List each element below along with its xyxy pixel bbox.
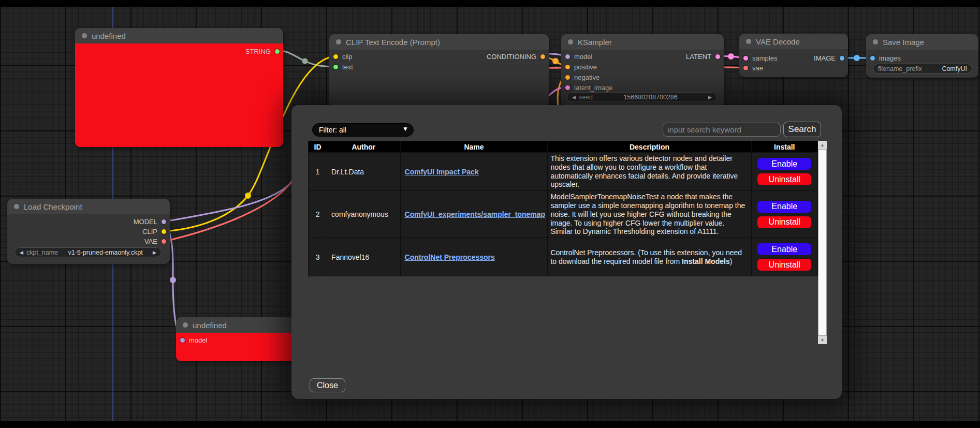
reroute-dot-latent[interactable] — [728, 53, 734, 60]
node-body-error: STRING — [75, 43, 283, 147]
images-input-dot[interactable] — [870, 56, 875, 61]
conditioning-output-label: CONDITIONING — [487, 53, 536, 61]
extensions-table-wrap: ID Author Name Description Install 1Dr.L… — [308, 141, 827, 344]
cell-install: EnableUninstall — [751, 191, 817, 238]
reroute-dot-conditioning[interactable] — [552, 58, 559, 64]
collapse-dot-icon[interactable] — [568, 39, 573, 45]
header-name: Name — [400, 141, 548, 153]
cell-id: 2 — [309, 191, 327, 238]
increment-arrow-icon[interactable]: ▶ — [708, 95, 712, 100]
seed-widget-value: 156680208700286 — [596, 94, 705, 101]
collapse-dot-icon[interactable] — [183, 322, 188, 328]
samples-input-label: samples — [752, 54, 777, 62]
extension-link[interactable]: ComfyUI Impact Pack — [405, 168, 479, 176]
seed-widget[interactable]: ◀ seed 156680208700286 ▶ — [567, 92, 717, 102]
collapse-dot-icon[interactable] — [14, 204, 19, 209]
node-clip-text-encode[interactable]: CLIP Text Encode (Prompt) clip text COND… — [329, 34, 549, 108]
node-title: VAE Decode — [756, 37, 800, 46]
latent-output-label: LATENT — [686, 53, 711, 61]
collapse-dot-icon[interactable] — [82, 33, 87, 38]
collapse-dot-icon[interactable] — [336, 39, 341, 45]
previous-arrow-icon[interactable]: ◀ — [20, 250, 23, 255]
latent-image-input-label: latent_image — [574, 84, 612, 92]
reroute-dot-image[interactable] — [854, 55, 860, 61]
node-body: MODEL CLIP VAE ◀ ckpt_name v1-5-pruned-e… — [7, 214, 170, 264]
close-button[interactable]: Close — [310, 378, 345, 392]
node-title-bar[interactable]: undefined — [75, 28, 283, 43]
model-input-dot[interactable] — [180, 338, 185, 343]
node-title: undefined — [193, 321, 227, 330]
node-title: Load Checkpoint — [24, 202, 82, 211]
scrollbar-up-icon[interactable]: ▲ — [818, 141, 827, 149]
latent-image-input-dot[interactable] — [565, 85, 570, 90]
negative-input-dot[interactable] — [565, 75, 570, 80]
node-title: CLIP Text Encode (Prompt) — [346, 38, 440, 47]
node-body: model positive negative latent_image LAT… — [561, 50, 724, 108]
header-description: Description — [548, 141, 751, 153]
node-ksampler[interactable]: KSampler model positive negative latent_… — [561, 34, 724, 108]
filter-select[interactable]: Filter: all — [312, 123, 414, 137]
extension-link[interactable]: ControlNet Preprocessors — [405, 253, 495, 261]
collapse-dot-icon[interactable] — [746, 39, 751, 44]
clip-input-dot[interactable] — [333, 54, 338, 59]
reroute-dot-string[interactable] — [302, 58, 308, 64]
string-output-dot[interactable] — [275, 49, 280, 54]
node-title-bar[interactable]: CLIP Text Encode (Prompt) — [329, 34, 549, 50]
clip-input-label: clip — [342, 53, 353, 61]
uninstall-button[interactable]: Uninstall — [757, 216, 812, 229]
node-save-image[interactable]: Save Image images filename_prefix ComfyU… — [866, 34, 978, 78]
node-title-bar[interactable]: undefined — [176, 317, 295, 333]
filename-prefix-widget[interactable]: filename_prefix ComfyUI — [873, 64, 972, 73]
vae-output-label: VAE — [144, 238, 157, 245]
next-arrow-icon[interactable]: ▶ — [153, 250, 156, 255]
node-title-bar[interactable]: Save Image — [866, 34, 978, 50]
node-undefined-1[interactable]: undefined STRING — [75, 28, 283, 147]
samples-input-dot[interactable] — [743, 56, 748, 61]
node-title-bar[interactable]: Load Checkpoint — [7, 199, 170, 214]
search-input[interactable] — [663, 123, 781, 137]
negative-input-label: negative — [574, 73, 599, 81]
scrollbar-down-icon[interactable]: ▼ — [818, 336, 827, 344]
scrollbar-thumb[interactable] — [818, 149, 827, 336]
vae-input-dot[interactable] — [743, 66, 748, 70]
text-input-label: text — [342, 63, 353, 71]
clip-output-dot[interactable] — [162, 229, 166, 234]
model-input-dot[interactable] — [565, 54, 570, 59]
vae-output-dot[interactable] — [162, 239, 166, 244]
ckpt-name-widget[interactable]: ◀ ckpt_name v1-5-pruned-emaonly.ckpt ▶ — [14, 247, 162, 257]
seed-widget-label: seed — [579, 94, 593, 101]
uninstall-button[interactable]: Uninstall — [757, 258, 812, 271]
node-body: clip text CONDITIONING — [329, 50, 549, 108]
search-button[interactable]: Search — [783, 122, 821, 137]
node-title-bar[interactable]: VAE Decode — [739, 34, 848, 49]
cell-description: ControlNet Preprocessors. (To use this e… — [548, 238, 751, 276]
node-undefined-2[interactable]: undefined model — [176, 317, 295, 361]
image-output-dot[interactable] — [840, 56, 844, 61]
uninstall-button[interactable]: Uninstall — [757, 173, 812, 186]
enable-button[interactable]: Enable — [757, 200, 812, 213]
enable-button[interactable]: Enable — [757, 157, 812, 170]
positive-input-dot[interactable] — [565, 65, 570, 69]
model-output-dot[interactable] — [162, 219, 166, 224]
vae-input-label: vae — [752, 64, 763, 72]
reroute-dot-model[interactable] — [170, 277, 176, 283]
extension-link[interactable]: ComfyUI_experiments/sampler_tonemap — [405, 210, 546, 218]
ckpt-name-label: ckpt_name — [26, 249, 58, 256]
decrement-arrow-icon[interactable]: ◀ — [572, 95, 576, 100]
cell-name: ControlNet Preprocessors — [400, 238, 548, 276]
text-input-dot[interactable] — [333, 65, 338, 69]
node-vae-decode[interactable]: VAE Decode samples vae IMAGE — [739, 34, 848, 77]
reroute-dot-clip[interactable] — [245, 193, 251, 199]
enable-button[interactable]: Enable — [757, 243, 812, 256]
conditioning-output-dot[interactable] — [540, 54, 545, 59]
latent-output-dot[interactable] — [715, 54, 720, 59]
clip-output-label: CLIP — [142, 228, 157, 235]
model-output-label: MODEL — [134, 218, 157, 226]
collapse-dot-icon[interactable] — [873, 39, 878, 45]
table-scrollbar[interactable]: ▲ ▼ — [818, 141, 827, 344]
cell-install: EnableUninstall — [751, 238, 817, 276]
cell-author: comfyanonymous — [327, 191, 400, 238]
node-title-bar[interactable]: KSampler — [561, 34, 724, 50]
cell-name: ComfyUI_experiments/sampler_tonemap — [400, 191, 548, 238]
node-load-checkpoint[interactable]: Load Checkpoint MODEL CLIP VAE ◀ ckpt_na… — [7, 199, 170, 264]
